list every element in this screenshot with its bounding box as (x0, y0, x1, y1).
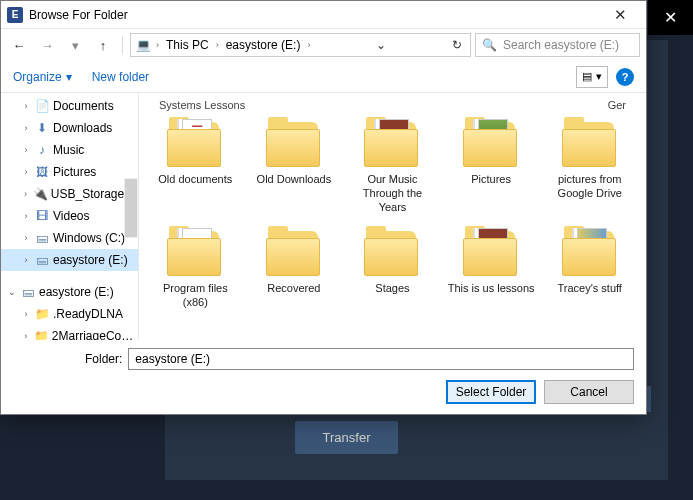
folder-item[interactable]: Old Downloads (248, 115, 341, 216)
tree-item[interactable]: ›📄Documents (1, 95, 138, 117)
tree-item[interactable]: ›🖴easystore (E:) (1, 249, 138, 271)
folder-icon (361, 117, 423, 169)
folder-item-label: Program files (x86) (151, 282, 240, 310)
back-button[interactable]: ← (7, 33, 31, 57)
bg-close-button[interactable]: ✕ (648, 0, 693, 35)
app-icon: E (7, 7, 23, 23)
tree-item[interactable]: ›♪Music (1, 139, 138, 161)
tree-item-label: Downloads (53, 121, 112, 135)
close-button[interactable]: ✕ (600, 1, 640, 29)
search-input[interactable]: 🔍 Search easystore (E:) (475, 33, 640, 57)
tree-item[interactable]: ›🎞Videos (1, 205, 138, 227)
forward-button[interactable]: → (35, 33, 59, 57)
folder-item-label: pictures from Google Drive (545, 173, 634, 201)
cutoff-row: Systems Lessons Ger (149, 99, 636, 115)
folder-input[interactable] (128, 348, 634, 370)
chevron-icon: › (213, 40, 222, 50)
folder-item-label: Old documents (158, 173, 232, 187)
up-button[interactable]: ↑ (91, 33, 115, 57)
refresh-button[interactable]: ↻ (448, 38, 466, 52)
chevron-icon: › (153, 40, 162, 50)
titlebar: E Browse For Folder ✕ (1, 1, 646, 29)
recent-dropdown[interactable]: ▾ (63, 33, 87, 57)
drv-icon: 🖴 (34, 230, 50, 246)
pc-icon: 💻 (135, 37, 151, 53)
folder-content[interactable]: Systems Lessons Ger ▬▬▬▬▬▬▬Old documents… (139, 93, 646, 340)
tree-item-label: Music (53, 143, 84, 157)
folder-icon (263, 226, 325, 278)
refresh-icon: ↻ (452, 38, 462, 52)
up-icon: ↑ (100, 38, 107, 53)
expand-icon[interactable]: › (21, 189, 30, 199)
drv-icon: 🖴 (20, 284, 36, 300)
expand-icon[interactable]: › (21, 255, 31, 265)
drv-icon: 🖴 (34, 252, 50, 268)
expand-icon[interactable]: › (21, 309, 31, 319)
close-icon: ✕ (614, 6, 627, 24)
cancel-button[interactable]: Cancel (544, 380, 634, 404)
tree-item-label: easystore (E:) (39, 285, 114, 299)
address-bar[interactable]: 💻 › This PC › easystore (E:) › ⌄ ↻ (130, 33, 471, 57)
folder-icon (559, 226, 621, 278)
breadcrumb-this-pc[interactable]: This PC (164, 38, 211, 52)
tree-item[interactable]: ›🖼Pictures (1, 161, 138, 183)
nav-row: ← → ▾ ↑ 💻 › This PC › easystore (E:) › ⌄… (1, 29, 646, 61)
fold-icon: 📁 (34, 328, 49, 340)
back-icon: ← (13, 38, 26, 53)
view-mode-button[interactable]: ▤ ▾ (576, 66, 608, 88)
tree-item[interactable]: ›🖴Windows (C:) (1, 227, 138, 249)
folder-item-label: Stages (375, 282, 409, 296)
folder-item[interactable]: This is us lessons (445, 224, 538, 312)
expand-icon[interactable]: › (21, 211, 31, 221)
footer: Folder: Select Folder Cancel (1, 340, 646, 414)
toolbar: Organize ▾ New folder ▤ ▾ ? (1, 61, 646, 93)
folder-item[interactable]: ▬▬▬▬▬▬▬Old documents (149, 115, 242, 216)
tree-item[interactable]: ›📁2MarriageConfer (1, 325, 138, 340)
expand-icon[interactable]: › (21, 101, 31, 111)
cutoff-item-label: Ger (608, 99, 626, 111)
usb-icon: 🔌 (33, 186, 48, 202)
expand-icon[interactable]: › (21, 331, 31, 340)
vid-icon: 🎞 (34, 208, 50, 224)
tree-item-label: easystore (E:) (53, 253, 128, 267)
folder-item[interactable]: Stages (346, 224, 439, 312)
tree-item-label: Windows (C:) (53, 231, 125, 245)
folder-item[interactable]: Tracey's stuff (543, 224, 636, 312)
tree-item-label: Documents (53, 99, 114, 113)
bg-transfer-button[interactable]: Transfer (295, 421, 399, 454)
organize-button[interactable]: Organize ▾ (13, 70, 72, 84)
folder-icon (361, 226, 423, 278)
scrollbar-thumb[interactable] (124, 178, 138, 238)
folder-icon (263, 117, 325, 169)
tree-item[interactable]: ›⬇Downloads (1, 117, 138, 139)
body: ›📄Documents›⬇Downloads›♪Music›🖼Pictures›… (1, 93, 646, 340)
button-row: Select Folder Cancel (13, 380, 634, 404)
select-folder-button[interactable]: Select Folder (446, 380, 536, 404)
tree-item[interactable]: ›🔌USB_Storage Rea (1, 183, 138, 205)
expand-icon[interactable]: ⌄ (7, 287, 17, 297)
tree-item[interactable]: ⌄🖴easystore (E:) (1, 281, 138, 303)
expand-icon[interactable]: › (21, 123, 31, 133)
folder-item[interactable]: Recovered (248, 224, 341, 312)
breadcrumb-easystore[interactable]: easystore (E:) (224, 38, 303, 52)
folder-item-label: Tracey's stuff (557, 282, 621, 296)
folder-item[interactable]: pictures from Google Drive (543, 115, 636, 216)
address-dropdown[interactable]: ⌄ (372, 38, 390, 52)
folder-row: Folder: (13, 348, 634, 370)
nav-tree: ›📄Documents›⬇Downloads›♪Music›🖼Pictures›… (1, 93, 139, 340)
folder-item[interactable]: Program files (x86) (149, 224, 242, 312)
fold-icon: 📁 (34, 306, 50, 322)
folder-item[interactable]: Our Music Through the Years (346, 115, 439, 216)
folder-icon (559, 117, 621, 169)
forward-icon: → (41, 38, 54, 53)
expand-icon[interactable]: › (21, 145, 31, 155)
expand-icon[interactable]: › (21, 167, 31, 177)
tree-item[interactable]: ›📁.ReadyDLNA (1, 303, 138, 325)
expand-icon[interactable]: › (21, 233, 31, 243)
help-button[interactable]: ? (616, 68, 634, 86)
folder-item-label: Pictures (471, 173, 511, 187)
folder-icon (460, 226, 522, 278)
chevron-down-icon: ▾ (72, 38, 79, 53)
new-folder-button[interactable]: New folder (92, 70, 149, 84)
folder-item[interactable]: Pictures (445, 115, 538, 216)
